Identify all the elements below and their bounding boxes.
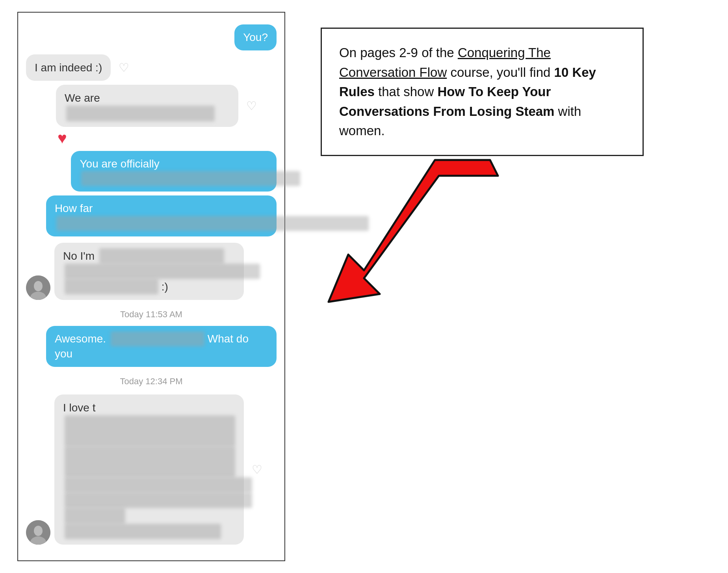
- message-text: I am indeed :): [35, 61, 102, 74]
- message-text: I love t: [63, 402, 95, 414]
- message-row: You?: [26, 24, 277, 50]
- sent-bubble: Awesome. ████████████ What do you: [46, 326, 277, 367]
- svg-point-1: [34, 281, 43, 291]
- sent-bubble: How far ████████████████████████████████…: [46, 195, 277, 236]
- message-row: You are officially █████████████████████…: [26, 151, 277, 192]
- blurred-content: ████████████████████████: [65, 493, 252, 508]
- message-row: No I'm ████████████████ ████████████████…: [26, 243, 257, 300]
- message-row: I love t████████ ████████████████ ██████…: [26, 394, 257, 545]
- sent-bubble: You?: [234, 24, 277, 50]
- message-row: Awesome. ████████████ What do you: [26, 326, 277, 367]
- received-bubble: I love t████████ ████████████████ ██████…: [54, 394, 244, 545]
- avatar: [26, 520, 50, 545]
- like-icon[interactable]: ♡: [119, 61, 129, 74]
- blurred-content: ████████████████: [99, 248, 224, 264]
- message-text: :): [158, 281, 168, 293]
- svg-marker-6: [329, 160, 498, 302]
- callout-box: On pages 2-9 of the Conquering The Conve…: [321, 28, 644, 156]
- message-list: You? I am indeed :) ♡ We are ███████████…: [18, 20, 284, 548]
- message-text: You are officially: [80, 158, 159, 170]
- callout-text-part3: that show: [375, 84, 438, 99]
- timestamp: Today 12:34 PM: [26, 376, 277, 387]
- message-text: How far: [55, 202, 93, 214]
- blurred-content: ████████ ████████████████: [65, 415, 235, 446]
- blurred-content: ████████████: [111, 331, 204, 346]
- arrow-container: [297, 148, 711, 314]
- message-text-start: We are: [65, 92, 100, 104]
- blurred-content: ████████████████████████████: [81, 171, 300, 186]
- page-container: You? I am indeed :) ♡ We are ███████████…: [17, 12, 711, 561]
- chat-panel: You? I am indeed :) ♡ We are ███████████…: [17, 12, 285, 561]
- blurred-content: ████████████: [65, 279, 158, 294]
- heart-reaction: ♥: [58, 129, 67, 147]
- like-icon[interactable]: ♡: [246, 99, 257, 113]
- callout-text-part2: course, you'll find: [447, 65, 554, 80]
- callout-text-part1: On pages 2-9 of the: [339, 45, 458, 60]
- received-bubble: I am indeed :): [26, 54, 111, 81]
- received-bubble: No I'm ████████████████ ████████████████…: [54, 243, 244, 300]
- sent-bubble: You are officially █████████████████████…: [71, 151, 277, 192]
- red-arrow: [321, 148, 541, 306]
- callout-section: On pages 2-9 of the Conquering The Conve…: [285, 12, 711, 314]
- avatar: [26, 275, 50, 300]
- blurred-content: █████████████████████████: [65, 264, 260, 279]
- blurred-content: ███████ :: [65, 508, 125, 523]
- message-text: Awesome.: [55, 333, 109, 345]
- message-text: No I'm: [63, 250, 98, 262]
- message-row: We are ███████████████████ ♡: [26, 85, 257, 127]
- svg-point-4: [34, 526, 43, 536]
- message-row: How far ████████████████████████████████…: [26, 195, 277, 236]
- blurred-content: ████████████████████: [65, 524, 221, 539]
- timestamp: Today 11:53 AM: [26, 309, 277, 320]
- blurred-content: ████████████████████████: [65, 477, 252, 493]
- message-row: I am indeed :) ♡: [26, 54, 257, 81]
- blurred-content: ███████████████████: [66, 106, 215, 121]
- message-text: You?: [243, 31, 268, 43]
- received-bubble: We are ███████████████████: [56, 85, 238, 127]
- blurred-content: █████████████ ████████████████████: [65, 446, 235, 477]
- like-icon[interactable]: ♡: [252, 463, 262, 476]
